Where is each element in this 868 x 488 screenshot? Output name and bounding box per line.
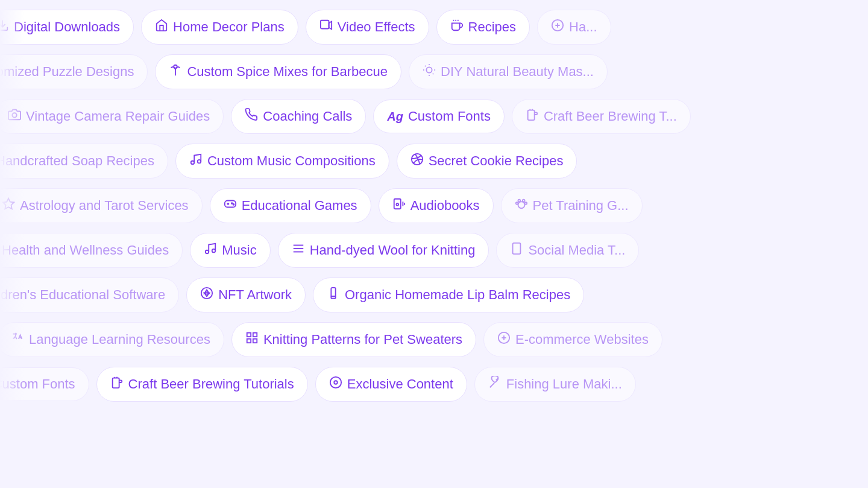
svg-line-12 [425, 66, 426, 66]
tag-label: Hand-dyed Wool for Knitting [310, 242, 476, 258]
tag-home-decor[interactable]: Home Decor Plans [141, 10, 298, 45]
tag-row-7: Children's Educational Software NFT Artw… [0, 273, 814, 317]
tag-digital-downloads[interactable]: Digital Downloads [0, 10, 134, 45]
tag-label: Social Media T... [528, 242, 625, 258]
tag-coaching-calls[interactable]: Coaching Calls [231, 99, 366, 134]
svg-rect-53 [247, 339, 251, 343]
handmade-icon [551, 19, 564, 36]
tag-label: Custom Music Compositions [207, 153, 376, 169]
tag-label: Custom Spice Mixes for Barbecue [187, 64, 388, 80]
tag-camera-repair[interactable]: Vintage Camera Repair Guides [0, 99, 224, 134]
tag-music-comp[interactable]: Custom Music Compositions [175, 144, 389, 179]
tag-nft[interactable]: NFT Artwork [186, 277, 306, 312]
tag-label: E-commerce Websites [515, 332, 649, 347]
download-icon [0, 19, 9, 36]
tag-lip-balm[interactable]: Organic Homemade Lip Balm Recipes [313, 277, 584, 312]
svg-point-22 [191, 161, 195, 165]
tag-custom-fonts[interactable]: Ag Custom Fonts [373, 100, 505, 133]
svg-marker-2 [329, 22, 332, 30]
svg-point-33 [522, 200, 524, 202]
tag-row-6: Health and Wellness Guides Music Hand-dy… [0, 228, 838, 273]
tag-beauty[interactable]: DIY Natural Beauty Mas... [409, 54, 608, 89]
tag-recipes[interactable]: Recipes [436, 10, 530, 45]
cookie-icon [410, 153, 424, 170]
spice-icon [169, 63, 182, 80]
tag-label: Atomized Puzzle Designs [0, 64, 134, 80]
svg-marker-25 [3, 198, 14, 209]
svg-point-35 [524, 202, 527, 204]
tag-wellness[interactable]: Health and Wellness Guides [0, 233, 183, 268]
tag-craft-beer-2[interactable]: Craft Beer Brewing Tutorials [96, 367, 308, 402]
tag-label: DIY Natural Beauty Mas... [441, 64, 594, 80]
tag-label: Astrology and Tarot Services [20, 198, 189, 214]
beer-icon-2 [110, 376, 124, 393]
tag-spice[interactable]: Custom Spice Mixes for Barbecue [155, 54, 401, 89]
tag-exclusive[interactable]: Exclusive Content [315, 367, 467, 402]
svg-rect-17 [528, 110, 535, 121]
svg-point-34 [515, 202, 518, 204]
svg-rect-52 [253, 333, 257, 337]
nft-icon [200, 287, 213, 303]
exclusive-icon [329, 376, 342, 393]
svg-point-8 [174, 65, 178, 69]
tag-cookie[interactable]: Secret Cookie Recipes [397, 144, 577, 179]
music-composition-icon [189, 153, 203, 170]
tag-language[interactable]: Language Learning Resources [0, 322, 224, 357]
tag-audiobooks[interactable]: Audiobooks [379, 188, 494, 223]
svg-point-61 [330, 377, 341, 388]
tag-social-media[interactable]: Social Media T... [496, 233, 639, 268]
tag-label: Audiobooks [410, 198, 480, 214]
tag-label: Digital Downloads [14, 19, 120, 35]
tag-video-effects[interactable]: Video Effects [306, 10, 429, 45]
tag-pet-training[interactable]: Pet Training G... [501, 188, 643, 223]
tag-row-5: Astrology and Tarot Services Educational… [0, 183, 856, 228]
tag-soap[interactable]: Handcrafted Soap Recipes [0, 144, 168, 179]
svg-point-28 [233, 204, 234, 205]
tag-educational-games[interactable]: Educational Games [210, 188, 371, 223]
pet-icon [515, 197, 528, 214]
beauty-icon [423, 63, 436, 80]
tag-wool[interactable]: Hand-dyed Wool for Knitting [278, 233, 489, 268]
svg-marker-48 [204, 293, 209, 297]
tag-craft-beer[interactable]: Craft Beer Brewing T... [512, 99, 691, 134]
tag-label: Educational Games [242, 198, 357, 214]
tag-label: Recipes [468, 19, 516, 35]
tag-music[interactable]: Music [190, 233, 270, 268]
language-icon [11, 331, 24, 348]
tag-astrology[interactable]: Astrology and Tarot Services [0, 188, 203, 223]
tag-label: Pet Training G... [533, 198, 629, 214]
svg-point-16 [12, 113, 16, 117]
tag-puzzle[interactable]: Atomized Puzzle Designs [0, 54, 148, 89]
knitting-icon [245, 331, 259, 348]
tag-label: Language Learning Resources [29, 332, 210, 347]
tag-knitting-patterns[interactable]: Knitting Patterns for Pet Sweaters [231, 322, 476, 357]
social-icon [510, 242, 523, 259]
tag-custom-fonts-2[interactable]: Ag Custom Fonts [0, 367, 89, 401]
astrology-icon [2, 197, 15, 214]
tag-edu-software[interactable]: Children's Educational Software [0, 277, 179, 312]
svg-rect-51 [247, 333, 251, 337]
tag-handmade[interactable]: Ha... [537, 10, 611, 45]
svg-point-37 [212, 249, 216, 253]
tag-label: Home Decor Plans [173, 19, 285, 35]
tag-row-8: Language Learning Resources Knitting Pat… [0, 317, 865, 362]
lip-balm-icon [327, 287, 340, 303]
svg-point-30 [396, 203, 398, 206]
tag-label: NFT Artwork [218, 287, 292, 303]
tag-label: Knitting Patterns for Pet Sweaters [263, 332, 462, 347]
tag-ecommerce[interactable]: E-commerce Websites [483, 322, 662, 357]
svg-marker-47 [204, 290, 209, 294]
ecommerce-icon [497, 331, 511, 348]
svg-point-62 [334, 381, 338, 384]
tag-label: Craft Beer Brewing Tutorials [128, 376, 294, 392]
tag-label: Exclusive Content [347, 376, 453, 392]
svg-rect-1 [321, 21, 329, 29]
tag-row-4: Handcrafted Soap Recipes Custom Music Co… [0, 139, 832, 183]
tag-row-3: Vintage Camera Repair Guides Coaching Ca… [0, 94, 862, 139]
fishing-icon [488, 376, 502, 393]
tag-label: Custom Fonts [0, 376, 75, 392]
audiobook-icon [392, 197, 406, 214]
svg-point-36 [206, 250, 209, 254]
tag-fishing[interactable]: Fishing Lure Maki... [474, 367, 636, 402]
tag-label: Organic Homemade Lip Balm Recipes [345, 287, 570, 303]
